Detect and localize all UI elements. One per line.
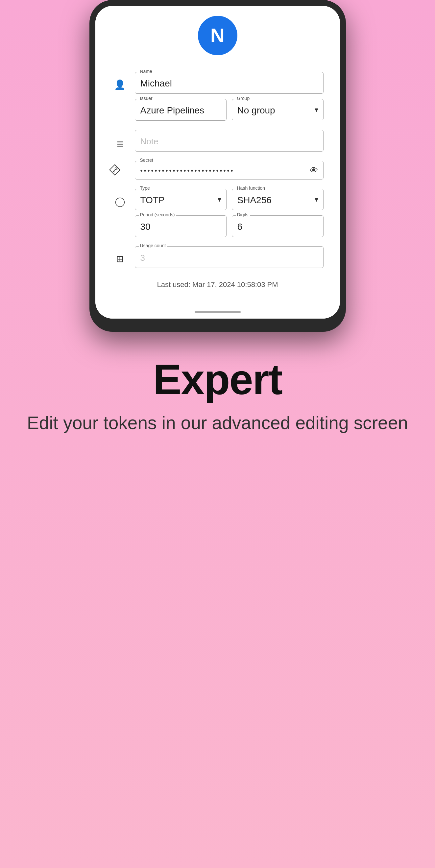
period-input[interactable] [135,215,226,237]
issuer-input[interactable] [135,99,226,121]
group-select-wrapper: Group No group Work Personal ▾ [232,99,323,121]
period-field-wrapper: Period (seconds) [135,215,226,237]
menu-icon: ≡ [112,130,128,151]
usage-fields: Usage count [135,246,323,268]
usage-input[interactable] [135,246,323,268]
type-fields: Type TOTP HOTP ▾ Hash function SHA256 [135,189,323,237]
note-fields [135,130,323,152]
period-digits-row: Period (seconds) Digits [135,215,323,237]
eye-icon[interactable]: 👁 [310,165,318,175]
last-used-text: Last used: Mar 17, 2024 10:58:03 PM [112,277,323,296]
form-area: 👤 Name Issuer Group [95,62,340,309]
phone-screen: N 👤 Name Issuer [95,6,340,319]
digits-input[interactable] [232,215,323,237]
issuer-field-wrapper: Issuer [135,99,226,121]
key-icon: ⚿ [107,158,132,183]
group-select[interactable]: No group Work Personal [232,99,323,120]
secret-input[interactable] [135,161,323,180]
type-row: ⓘ Type TOTP HOTP ▾ Hash f [112,189,323,237]
name-fields: Name Issuer Group No group [135,72,323,121]
name-field-wrapper: Name [135,72,323,94]
swipe-bar [95,309,340,319]
note-input[interactable] [135,130,323,152]
hash-select[interactable]: SHA256 SHA1 SHA512 [232,189,323,210]
secret-row: ⚿ Secret 👁 [112,161,323,180]
note-field-wrapper [135,130,323,152]
swipe-line [195,311,241,313]
marketing-section: Expert Edit your tokens in our advanced … [0,332,435,474]
note-row: ≡ [112,130,323,152]
usage-row: ⊞ Usage count [112,246,323,268]
phone-shell: N 👤 Name Issuer [89,0,346,332]
barcode-icon: ⊞ [112,246,128,265]
secret-field-wrapper: Secret 👁 [135,161,323,180]
name-row: 👤 Name Issuer Group [112,72,323,121]
info-icon: ⓘ [112,189,128,210]
digits-field-wrapper: Digits [232,215,323,237]
marketing-title: Expert [26,358,409,401]
top-area: N [95,6,340,62]
secret-fields: Secret 👁 [135,161,323,180]
type-select-wrapper: Type TOTP HOTP ▾ [135,189,226,210]
marketing-subtitle: Edit your tokens in our advanced editing… [26,411,409,435]
type-hash-row: Type TOTP HOTP ▾ Hash function SHA256 [135,189,323,210]
avatar: N [198,16,238,55]
issuer-group-row: Issuer Group No group Work Personal ▾ [135,99,323,121]
hash-select-wrapper: Hash function SHA256 SHA1 SHA512 ▾ [232,189,323,210]
name-input[interactable] [135,72,323,94]
type-select[interactable]: TOTP HOTP [135,189,226,210]
usage-field-wrapper: Usage count [135,246,323,268]
avatar-letter: N [211,26,224,45]
person-icon: 👤 [112,72,128,90]
